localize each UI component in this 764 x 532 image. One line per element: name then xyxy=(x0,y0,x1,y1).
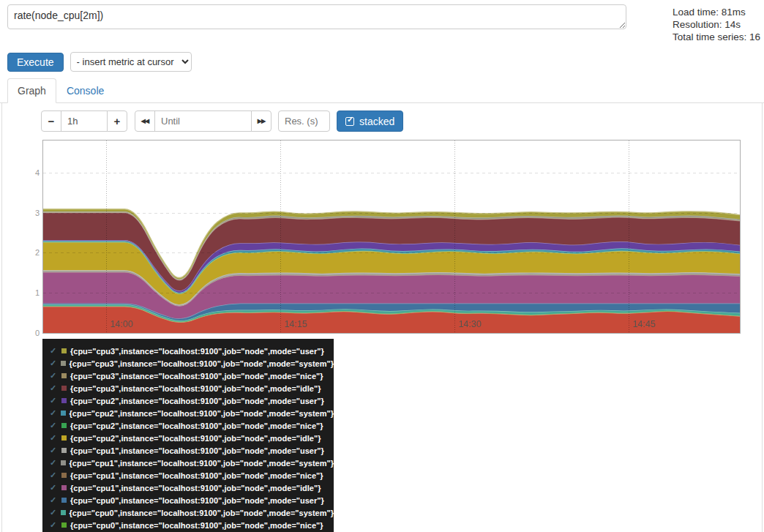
series-swatch xyxy=(61,373,67,378)
x-tick-label: 14:15 xyxy=(285,319,307,329)
series-check-icon: ✓ xyxy=(50,495,58,505)
range-input[interactable] xyxy=(61,110,108,132)
legend-item[interactable]: ✓{cpu="cpu1",instance="localhost:9100",j… xyxy=(50,482,334,494)
until-input[interactable] xyxy=(154,110,252,132)
series-swatch xyxy=(61,473,67,478)
series-check-icon: ✓ xyxy=(50,446,58,455)
forward-icon[interactable]: ▶▶ xyxy=(251,110,271,132)
x-tick-label: 14:30 xyxy=(459,319,482,329)
series-swatch xyxy=(61,448,67,453)
series-label: {cpu="cpu0",instance="localhost:9100",jo… xyxy=(70,509,334,517)
stacked-area-chart[interactable] xyxy=(43,141,740,333)
stacked-toggle-button[interactable]: ✓ stacked xyxy=(337,110,403,132)
series-label: {cpu="cpu1",instance="localhost:9100",jo… xyxy=(70,446,324,455)
query-input[interactable]: rate(node_cpu[2m]) xyxy=(7,4,626,29)
series-label: {cpu="cpu2",instance="localhost:9100",jo… xyxy=(70,422,323,430)
series-label: {cpu="cpu1",instance="localhost:9100",jo… xyxy=(70,484,321,492)
series-swatch xyxy=(61,348,67,353)
series-swatch xyxy=(61,361,66,366)
series-check-icon: ✓ xyxy=(50,421,58,430)
series-swatch xyxy=(61,485,67,490)
range-increase-button[interactable]: + xyxy=(107,110,127,132)
series-check-icon: ✓ xyxy=(50,383,58,393)
legend-item[interactable]: ✓{cpu="cpu0",instance="localhost:9100",j… xyxy=(50,506,334,519)
stacked-label: stacked xyxy=(359,116,394,127)
series-label: {cpu="cpu3",instance="localhost:9100",jo… xyxy=(70,372,323,381)
y-tick-label: 3 xyxy=(26,209,40,217)
time-group: ◀◀ ▶▶ xyxy=(135,110,271,132)
tab-graph[interactable]: Graph xyxy=(7,78,56,103)
series-check-icon: ✓ xyxy=(50,508,57,517)
series-swatch xyxy=(61,435,67,441)
y-tick-label: 4 xyxy=(26,168,40,177)
legend-item[interactable]: ✓{cpu="cpu2",instance="localhost:9100",j… xyxy=(50,432,334,444)
legend: ✓{cpu="cpu3",instance="localhost:9100",j… xyxy=(42,339,334,532)
legend-item[interactable]: ✓{cpu="cpu1",instance="localhost:9100",j… xyxy=(50,444,334,457)
legend-item[interactable]: ✓{cpu="cpu0",instance="localhost:9100",j… xyxy=(50,519,334,531)
execute-button[interactable]: Execute xyxy=(7,53,64,72)
rewind-icon[interactable]: ◀◀ xyxy=(135,110,155,132)
chart-area: 0123414:0014:1514:3014:45 xyxy=(42,140,741,334)
tab-bar: Graph Console xyxy=(0,72,764,103)
series-label: {cpu="cpu3",instance="localhost:9100",jo… xyxy=(70,347,324,356)
y-tick-label: 2 xyxy=(26,248,40,257)
legend-item[interactable]: ✓{cpu="cpu0",instance="localhost:9100",j… xyxy=(50,494,334,506)
range-decrease-button[interactable]: − xyxy=(41,110,61,132)
x-tick-label: 14:45 xyxy=(633,319,656,329)
series-check-icon: ✓ xyxy=(50,471,58,480)
series-label: {cpu="cpu1",instance="localhost:9100",jo… xyxy=(70,471,323,480)
series-check-icon: ✓ xyxy=(50,396,58,405)
tab-console[interactable]: Console xyxy=(56,78,114,103)
series-swatch xyxy=(61,411,66,416)
resolution-input[interactable] xyxy=(278,110,330,132)
resolution: Resolution: 14s xyxy=(673,18,758,31)
legend-item[interactable]: ✓{cpu="cpu3",instance="localhost:9100",j… xyxy=(50,357,334,370)
series-label: {cpu="cpu2",instance="localhost:9100",jo… xyxy=(70,409,334,418)
insert-metric-select[interactable]: - insert metric at cursor - xyxy=(70,52,192,72)
series-label: {cpu="cpu2",instance="localhost:9100",jo… xyxy=(70,434,321,443)
execute-row: Execute - insert metric at cursor - xyxy=(0,43,764,72)
series-swatch xyxy=(61,460,66,465)
series-label: {cpu="cpu0",instance="localhost:9100",jo… xyxy=(70,521,323,530)
series-label: {cpu="cpu3",instance="localhost:9100",jo… xyxy=(70,384,321,393)
legend-item[interactable]: ✓{cpu="cpu1",instance="localhost:9100",j… xyxy=(50,469,334,482)
total-time-series: Total time series: 16 xyxy=(673,31,758,43)
legend-item[interactable]: ✓{cpu="cpu3",instance="localhost:9100",j… xyxy=(50,370,334,382)
query-stats: Load time: 81ms Resolution: 14s Total ti… xyxy=(626,4,758,43)
legend-item[interactable]: ✓{cpu="cpu2",instance="localhost:9100",j… xyxy=(50,394,334,407)
x-tick-label: 14:00 xyxy=(111,319,133,329)
series-swatch xyxy=(61,423,67,428)
series-check-icon: ✓ xyxy=(50,359,57,368)
series-label: {cpu="cpu3",instance="localhost:9100",jo… xyxy=(70,359,334,368)
query-row: rate(node_cpu[2m]) Load time: 81ms Resol… xyxy=(0,0,764,43)
graph-controls: − + ◀◀ ▶▶ ✓ stacked xyxy=(41,110,762,132)
range-group: − + xyxy=(41,110,127,132)
series-swatch xyxy=(61,398,67,403)
series-check-icon: ✓ xyxy=(50,371,58,381)
series-swatch xyxy=(61,386,67,391)
y-tick-label: 1 xyxy=(26,288,40,297)
series-swatch xyxy=(61,498,67,503)
series-check-icon: ✓ xyxy=(50,483,58,492)
legend-item[interactable]: ✓{cpu="cpu2",instance="localhost:9100",j… xyxy=(50,407,334,419)
check-icon: ✓ xyxy=(345,117,354,126)
legend-item[interactable]: ✓{cpu="cpu2",instance="localhost:9100",j… xyxy=(50,419,334,432)
series-check-icon: ✓ xyxy=(50,346,58,356)
load-time: Load time: 81ms xyxy=(673,6,758,18)
series-label: {cpu="cpu0",instance="localhost:9100",jo… xyxy=(70,496,324,505)
legend-item[interactable]: ✓{cpu="cpu3",instance="localhost:9100",j… xyxy=(50,345,334,357)
series-check-icon: ✓ xyxy=(50,408,57,418)
chart-row: 0123414:0014:1514:3014:45 xyxy=(42,140,762,334)
series-check-icon: ✓ xyxy=(50,458,57,468)
series-swatch xyxy=(61,522,67,528)
legend-item[interactable]: ✓{cpu="cpu3",instance="localhost:9100",j… xyxy=(50,382,334,394)
series-label: {cpu="cpu2",instance="localhost:9100",jo… xyxy=(70,397,324,405)
legend-item[interactable]: ✓{cpu="cpu1",instance="localhost:9100",j… xyxy=(50,457,334,469)
series-check-icon: ✓ xyxy=(50,520,58,530)
series-label: {cpu="cpu1",instance="localhost:9100",jo… xyxy=(70,459,334,468)
y-tick-label: 0 xyxy=(26,329,40,337)
graph-panel: − + ◀◀ ▶▶ ✓ stacked 0123414:0014:1514:30… xyxy=(1,103,763,532)
series-swatch xyxy=(61,510,66,515)
series-check-icon: ✓ xyxy=(50,433,58,443)
